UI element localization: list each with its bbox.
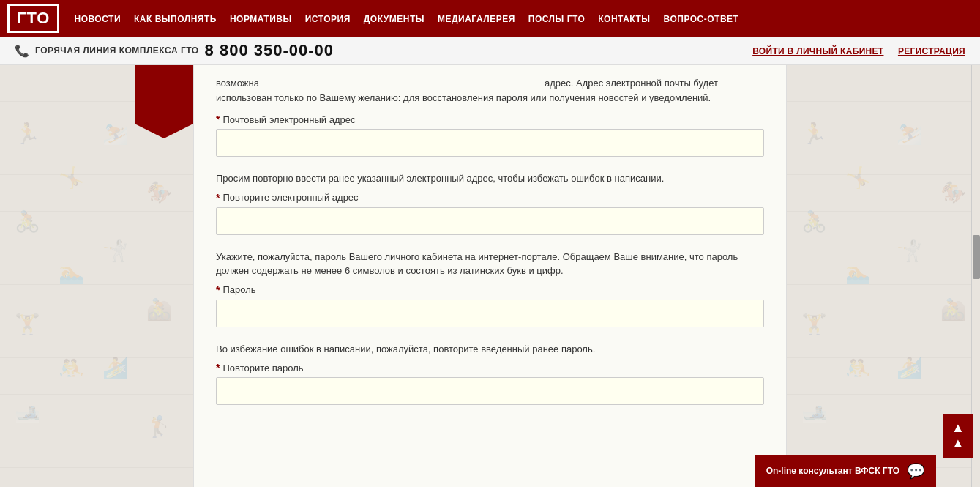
email-label-text: Почтовый электронный адрес [222, 114, 355, 125]
register-link[interactable]: РЕГИСТРАЦИЯ [898, 46, 965, 56]
password-confirm-input[interactable] [216, 377, 764, 405]
hotline-prefix: ГОРЯЧАЯ ЛИНИЯ КОМПЛЕКСА ГТО [35, 45, 199, 56]
figure-2: 🤸 [59, 168, 84, 188]
password-input[interactable] [216, 300, 764, 327]
figure-11: 🚵 [146, 300, 172, 320]
scroll-top-icon-2: ▲ [951, 436, 965, 451]
email-confirm-input[interactable] [216, 207, 764, 235]
nav-item-media[interactable]: МЕДИАГАЛЕРЕЯ [438, 12, 515, 25]
scroll-top-icon: ▲ [951, 420, 965, 436]
main-content: возможна адрес. Адрес электронной почты … [194, 65, 786, 487]
nav-item-qa[interactable]: ВОПРОС-ОТВЕТ [664, 12, 739, 25]
logo[interactable]: ГТО [7, 4, 59, 33]
nav-item-contacts[interactable]: КОНТАКТЫ [598, 12, 650, 25]
email-section: * Почтовый электронный адрес [216, 114, 764, 157]
chat-widget[interactable]: On-line консультант ВФСК ГТО 💬 [755, 455, 936, 487]
chat-label: On-line консультант ВФСК ГТО [766, 466, 899, 476]
email-confirm-label-text: Повторите электронный адрес [222, 192, 358, 203]
email-confirm-desc: Просим повторно ввести ранее указанный э… [216, 171, 764, 186]
email-input[interactable] [216, 129, 764, 157]
main-navigation: ГТО НОВОСТИ КАК ВЫПОЛНЯТЬ НОРМАТИВЫ ИСТО… [0, 0, 980, 37]
figure-5: 🏋️ [15, 314, 40, 335]
login-link[interactable]: ВОЙТИ В ЛИЧНЫЙ КАБИНЕТ [752, 46, 883, 56]
email-required-star: * [216, 114, 220, 125]
nav-item-norms[interactable]: НОРМАТИВЫ [230, 12, 292, 25]
right-figure-6: 🤼 [845, 358, 871, 379]
nav-links-list: НОВОСТИ КАК ВЫПОЛНЯТЬ НОРМАТИВЫ ИСТОРИЯ … [74, 12, 738, 25]
phone-icon: 📞 [15, 44, 29, 58]
email-label: * Почтовый электронный адрес [216, 114, 764, 125]
nav-item-docs[interactable]: ДОКУМЕНТЫ [364, 12, 424, 25]
hotline-bar: 📞 ГОРЯЧАЯ ЛИНИЯ КОМПЛЕКСА ГТО 8 800 350-… [0, 37, 980, 65]
nav-item-news[interactable]: НОВОСТИ [74, 12, 121, 25]
password-confirm-section: Во избежание ошибок в написании, пожалуй… [216, 342, 764, 406]
figure-3: 🚴 [15, 212, 40, 232]
password-confirm-required-star: * [216, 362, 220, 373]
scrollbar-thumb[interactable] [973, 235, 980, 279]
figure-13: 🏌️ [146, 417, 172, 437]
figure-10: 🤺 [102, 241, 128, 261]
hotline-number: 8 800 350-00-00 [205, 41, 334, 60]
password-confirm-label-text: Повторите пароль [222, 363, 303, 373]
nav-item-how[interactable]: КАК ВЫПОЛНЯТЬ [134, 12, 217, 25]
hotline-left: 📞 ГОРЯЧАЯ ЛИНИЯ КОМПЛЕКСА ГТО 8 800 350-… [15, 41, 334, 60]
nav-item-ambassadors[interactable]: ПОСЛЫ ГТО [528, 12, 586, 25]
right-figure-10: 🤺 [897, 241, 922, 261]
right-figure-7: 🎿 [801, 402, 827, 423]
password-required-star: * [216, 284, 220, 296]
password-confirm-desc: Во избежание ошибок в написании, пожалуй… [216, 342, 764, 357]
right-figure-3: 🚴 [801, 212, 827, 232]
figure-9: 🏇 [146, 182, 172, 203]
figure-8: ⛷️ [102, 124, 128, 144]
email-confirm-section: Просим повторно ввести ранее указанный э… [216, 171, 764, 235]
password-section: Укажите, пожалуйста, пароль Вашего лично… [216, 250, 764, 327]
figure-4: 🏊 [59, 263, 84, 283]
email-confirm-label: * Повторите электронный адрес [216, 192, 764, 204]
password-desc: Укажите, пожалуйста, пароль Вашего лично… [216, 250, 764, 278]
chat-icon: 💬 [907, 462, 925, 480]
right-figure-8: ⛷️ [897, 124, 922, 144]
right-figure-4: 🏊 [845, 263, 871, 283]
scroll-top-button[interactable]: ▲ ▲ [943, 414, 973, 458]
email-confirm-required-star: * [216, 192, 220, 204]
right-figure-5: 🏋️ [801, 314, 827, 335]
right-figure-1: 🏃 [801, 124, 827, 144]
password-confirm-label: * Повторите пароль [216, 362, 764, 373]
intro-paragraph: возможна адрес. Адрес электронной почты … [216, 76, 764, 105]
figure-1: 🏃 [15, 124, 40, 144]
right-figure-2: 🤸 [845, 168, 871, 188]
nav-item-history[interactable]: ИСТОРИЯ [305, 12, 351, 25]
hotline-auth-links: ВОЙТИ В ЛИЧНЫЙ КАБИНЕТ РЕГИСТРАЦИЯ [741, 44, 965, 57]
red-bookmark [135, 65, 193, 138]
figure-7: 🎿 [15, 402, 40, 423]
right-figure-9: 🏇 [940, 182, 966, 203]
figure-12: 🏄 [102, 358, 128, 379]
figure-6: 🤼 [59, 358, 84, 379]
password-label-text: Пароль [222, 284, 255, 295]
left-sidebar: 🏃 🤸 🚴 🏊 🏋️ 🤼 🎿 ⛷️ 🏇 🤺 🚵 🏄 🏌️ [0, 65, 194, 487]
page-wrapper: 🏃 🤸 🚴 🏊 🏋️ 🤼 🎿 ⛷️ 🏇 🤺 🚵 🏄 🏌️ возможна [0, 65, 980, 487]
password-label: * Пароль [216, 284, 764, 296]
right-figure-12: 🏄 [897, 358, 922, 379]
right-figure-11: 🚵 [940, 300, 966, 320]
